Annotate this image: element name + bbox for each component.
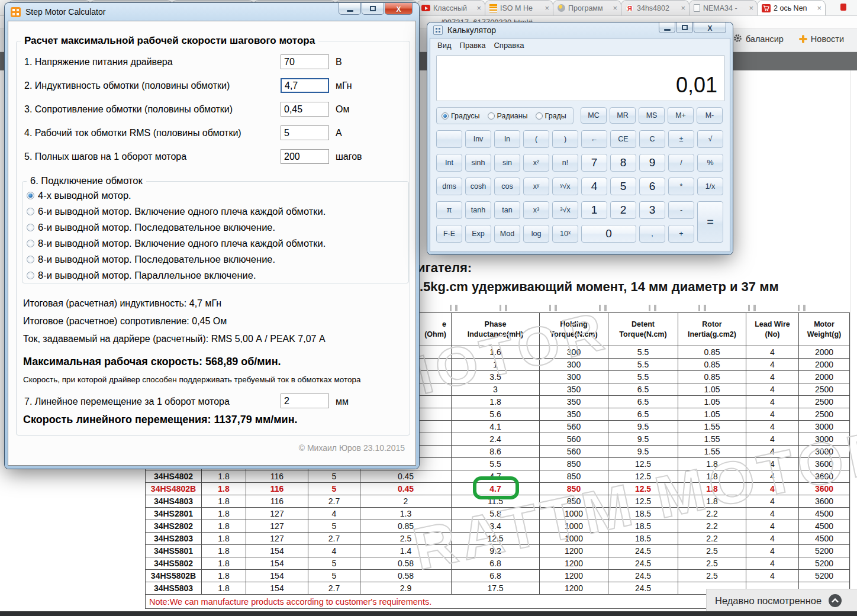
tab-close-icon[interactable]: × bbox=[475, 4, 485, 12]
field-input[interactable] bbox=[281, 125, 329, 140]
calc-key-n![interactable]: n! bbox=[552, 154, 578, 172]
radio-button[interactable] bbox=[27, 272, 34, 279]
tab-close-icon[interactable]: × bbox=[543, 4, 553, 12]
tab-close-icon[interactable]: × bbox=[679, 4, 689, 12]
radio-button[interactable] bbox=[27, 240, 34, 247]
winding-option[interactable]: 8-и выводной мотор. Параллельное включен… bbox=[27, 270, 256, 281]
bookmark-item[interactable]: Новости bbox=[799, 34, 844, 44]
calc-key-=[interactable]: = bbox=[697, 201, 723, 243]
calc-key-*[interactable]: * bbox=[668, 178, 694, 195]
calc-key-3[interactable]: 3 bbox=[639, 201, 665, 219]
calc-key-8[interactable]: 8 bbox=[610, 154, 636, 172]
tab-close-icon[interactable]: × bbox=[611, 4, 621, 12]
chevron-up-icon[interactable] bbox=[829, 594, 842, 607]
calc-key-←[interactable]: ← bbox=[581, 130, 607, 148]
calc-key-F-E[interactable]: F-E bbox=[436, 225, 462, 243]
field-input[interactable] bbox=[281, 149, 329, 164]
calc-key-cosh[interactable]: cosh bbox=[465, 178, 491, 195]
browser-tab[interactable]: ISO M Не× bbox=[485, 0, 553, 15]
browser-tab[interactable]: Я34hs4802× bbox=[621, 0, 690, 15]
angle-mode-option[interactable]: Градусы bbox=[442, 112, 480, 120]
radio-button[interactable] bbox=[27, 256, 34, 263]
field-input[interactable] bbox=[281, 54, 329, 69]
winding-option[interactable]: 8-и выводной мотор. Включение одного пле… bbox=[27, 238, 326, 249]
calc-key-tan[interactable]: tan bbox=[494, 201, 520, 219]
maximize-button[interactable] bbox=[676, 22, 693, 33]
calc-key-4[interactable]: 4 bbox=[581, 178, 607, 195]
calc-key-sinh[interactable]: sinh bbox=[465, 154, 491, 172]
browser-tab[interactable]: NEMA34 -× bbox=[689, 0, 758, 15]
calc-key-ʸ√x[interactable]: ʸ√x bbox=[552, 178, 578, 195]
angle-mode-option[interactable]: Грады bbox=[536, 112, 566, 120]
calc-key-2[interactable]: 2 bbox=[610, 201, 636, 219]
calc-key-+[interactable]: + bbox=[668, 225, 694, 243]
calc-key-Exp[interactable]: Exp bbox=[465, 225, 491, 243]
calc-key-±[interactable]: ± bbox=[668, 130, 694, 148]
calc-key-)[interactable]: ) bbox=[552, 130, 578, 148]
menu-item[interactable]: Справка bbox=[491, 40, 530, 51]
calc-key-1/x[interactable]: 1/x bbox=[697, 178, 723, 195]
menu-item[interactable]: Вид bbox=[435, 40, 458, 51]
tab-close-icon[interactable]: × bbox=[815, 4, 825, 12]
field-input[interactable] bbox=[281, 78, 329, 93]
field-input[interactable] bbox=[281, 102, 329, 117]
calc-key-π[interactable]: π bbox=[436, 201, 462, 219]
bookmark-item[interactable]: балансир bbox=[733, 34, 784, 44]
calc-key-9[interactable]: 9 bbox=[639, 154, 665, 172]
browser-tab[interactable]: Классный× bbox=[417, 0, 485, 15]
calc-key-Int[interactable]: Int bbox=[436, 154, 462, 172]
minimize-button[interactable] bbox=[339, 3, 361, 15]
calc-key-5[interactable]: 5 bbox=[610, 178, 636, 195]
calc-key-tanh[interactable]: tanh bbox=[465, 201, 491, 219]
browser-tab[interactable]: 2 ось Nen× bbox=[757, 0, 826, 15]
calc-key-7[interactable]: 7 bbox=[581, 154, 607, 172]
linear-move-input[interactable] bbox=[281, 394, 329, 408]
calc-key-M+[interactable]: M+ bbox=[668, 107, 694, 124]
radio-button[interactable] bbox=[536, 112, 543, 120]
calc-key-C[interactable]: C bbox=[639, 130, 665, 148]
radio-button[interactable] bbox=[488, 112, 495, 120]
calc-key-³√x[interactable]: ³√x bbox=[552, 201, 578, 219]
winding-option[interactable]: 8-и выводной мотор. Последовательное вкл… bbox=[27, 254, 275, 265]
calc-key-/[interactable]: / bbox=[668, 154, 694, 172]
calc-key-6[interactable]: 6 bbox=[639, 178, 665, 195]
tab-close-icon[interactable]: × bbox=[747, 4, 757, 12]
calc-key-,[interactable]: , bbox=[639, 225, 665, 243]
calc-key-%[interactable]: % bbox=[697, 154, 723, 172]
calc-key-Mod[interactable]: Mod bbox=[494, 225, 520, 243]
calc-key-MC[interactable]: MC bbox=[581, 107, 607, 124]
winding-option[interactable]: 6-и выводной мотор. Последовательное вкл… bbox=[27, 222, 275, 233]
radio-button[interactable] bbox=[27, 208, 34, 215]
minimize-button[interactable] bbox=[659, 22, 675, 33]
radio-button[interactable] bbox=[442, 112, 449, 120]
calc-key-10ˣ[interactable]: 10ˣ bbox=[552, 225, 578, 243]
radio-button[interactable] bbox=[27, 192, 34, 199]
calc-key-√[interactable]: √ bbox=[697, 130, 723, 148]
calc-key-Inv[interactable]: Inv bbox=[465, 130, 491, 148]
calc-key-x²[interactable]: x² bbox=[523, 154, 549, 172]
calc-key-1[interactable]: 1 bbox=[581, 201, 607, 219]
calc-key-MR[interactable]: MR bbox=[610, 107, 636, 124]
calc-key--[interactable]: - bbox=[668, 201, 694, 219]
calc-key-ln[interactable]: ln bbox=[494, 130, 520, 148]
close-button[interactable] bbox=[694, 22, 726, 33]
menu-item[interactable]: Правка bbox=[458, 40, 492, 51]
angle-mode-option[interactable]: Радианы bbox=[488, 112, 528, 120]
calc-key-CE[interactable]: CE bbox=[610, 130, 636, 148]
calc-key-([interactable]: ( bbox=[523, 130, 549, 148]
recently-viewed-panel[interactable]: Недавно посмотренное bbox=[706, 589, 857, 612]
calc-key-M-[interactable]: M- bbox=[697, 107, 723, 124]
winding-option[interactable]: 6-и выводной мотор. Включение одного пле… bbox=[27, 206, 326, 217]
winding-option[interactable]: 4-х выводной мотор. bbox=[27, 190, 131, 201]
calc-key-blank[interactable] bbox=[436, 130, 462, 148]
calc-key-xʸ[interactable]: xʸ bbox=[523, 178, 549, 195]
close-button[interactable] bbox=[385, 3, 413, 15]
calc-key-sin[interactable]: sin bbox=[494, 154, 520, 172]
calc-key-log[interactable]: log bbox=[523, 225, 549, 243]
calc-key-MS[interactable]: MS bbox=[639, 107, 665, 124]
radio-button[interactable] bbox=[27, 224, 34, 231]
calc-key-dms[interactable]: dms bbox=[436, 178, 462, 195]
maximize-button[interactable] bbox=[362, 3, 384, 15]
calc-key-0[interactable]: 0 bbox=[581, 225, 636, 243]
calc-key-x³[interactable]: x³ bbox=[523, 201, 549, 219]
